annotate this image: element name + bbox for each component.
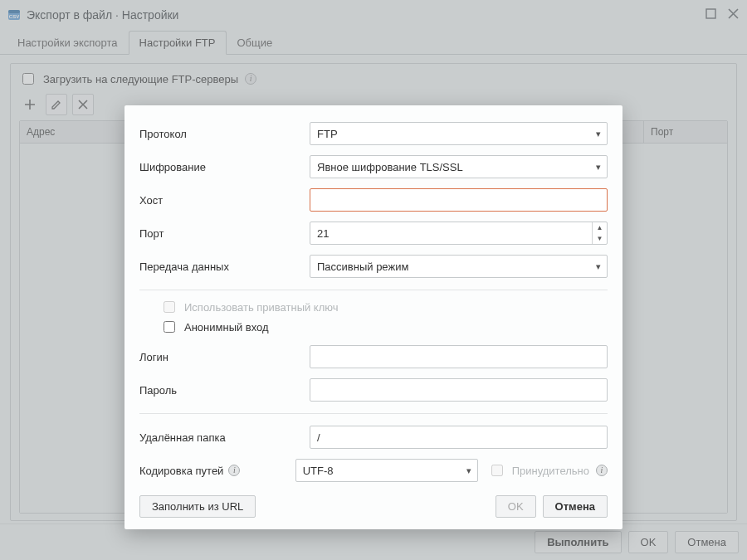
- password-input[interactable]: [310, 378, 608, 402]
- force-checkbox: [491, 465, 503, 476]
- info-icon[interactable]: i: [228, 465, 240, 476]
- transfer-select[interactable]: [310, 255, 608, 278]
- force-label: Принудительно: [512, 465, 589, 477]
- info-icon[interactable]: i: [596, 465, 608, 476]
- host-label: Хост: [139, 194, 310, 207]
- private-key-label: Использовать приватный ключ: [184, 301, 339, 314]
- fill-from-url-button[interactable]: Заполнить из URL: [139, 495, 256, 518]
- protocol-select[interactable]: [310, 122, 608, 145]
- port-input[interactable]: [310, 222, 608, 245]
- port-step-up[interactable]: ▲: [593, 222, 607, 233]
- protocol-label: Протокол: [139, 128, 310, 140]
- modal-ok-button[interactable]: OK: [496, 495, 536, 518]
- password-label: Пароль: [139, 384, 310, 397]
- anonymous-checkbox[interactable]: [164, 321, 175, 333]
- separator: [139, 290, 608, 290]
- encoding-select[interactable]: [295, 459, 478, 482]
- encoding-label: Кодировка путей: [139, 465, 223, 477]
- modal-cancel-button[interactable]: Отмена: [543, 495, 608, 518]
- ftp-connection-dialog: Протокол Шифрование Хост Порт ▲ ▼ Переда…: [124, 105, 622, 529]
- private-key-checkbox: [164, 301, 175, 313]
- separator: [139, 413, 608, 414]
- encryption-label: Шифрование: [139, 161, 310, 173]
- remote-dir-label: Удалённая папка: [139, 431, 310, 444]
- transfer-label: Передача данных: [139, 261, 310, 273]
- login-label: Логин: [139, 351, 310, 363]
- host-input[interactable]: [310, 188, 608, 212]
- anonymous-label: Анонимный вход: [184, 321, 269, 334]
- remote-dir-input[interactable]: [310, 426, 608, 449]
- encryption-select[interactable]: [310, 155, 608, 178]
- port-label: Порт: [139, 227, 310, 240]
- port-step-down[interactable]: ▼: [593, 233, 607, 244]
- login-input[interactable]: [310, 345, 608, 368]
